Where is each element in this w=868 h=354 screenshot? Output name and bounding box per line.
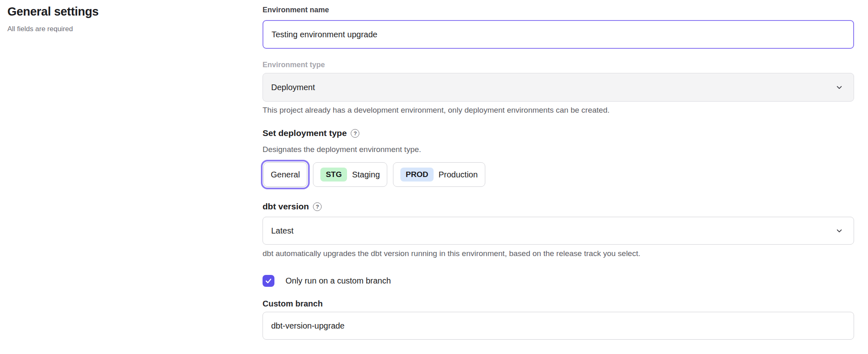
general-settings-form: Environment name Environment type Deploy…: [263, 0, 854, 354]
production-badge: PROD: [400, 168, 434, 182]
environment-type-label: Environment type: [263, 61, 325, 69]
help-icon[interactable]: ?: [351, 129, 359, 138]
dbt-version-value: Latest: [271, 226, 293, 236]
page-subtitle: All fields are required: [7, 25, 98, 33]
custom-branch-toggle-row: Only run on a custom branch: [263, 275, 391, 287]
environment-settings-page: General settings All fields are required…: [0, 0, 868, 354]
environment-name-input[interactable]: [263, 20, 854, 49]
environment-type-select: Deployment: [263, 73, 854, 102]
environment-type-value: Deployment: [271, 83, 315, 92]
deployment-type-general-button[interactable]: General: [263, 162, 307, 187]
environment-name-label: Environment name: [263, 6, 329, 14]
page-title: General settings: [7, 5, 98, 18]
checkmark-icon: [265, 277, 272, 285]
deployment-type-helper: Designates the deployment environment ty…: [263, 145, 421, 154]
staging-badge: STG: [320, 168, 347, 182]
chevron-down-icon: [836, 84, 843, 91]
deployment-type-options: General STG Staging PROD Production: [263, 162, 485, 187]
custom-branch-checkbox[interactable]: [263, 275, 274, 287]
deployment-type-label: Set deployment type ?: [263, 128, 359, 138]
custom-branch-label: Custom branch: [263, 299, 323, 309]
environment-type-helper: This project already has a development e…: [263, 106, 610, 115]
deployment-type-production-button[interactable]: PROD Production: [393, 162, 485, 187]
custom-branch-toggle-label[interactable]: Only run on a custom branch: [286, 276, 391, 286]
dbt-version-helper: dbt automatically upgrades the dbt versi…: [263, 249, 640, 258]
custom-branch-input[interactable]: [263, 312, 854, 340]
help-icon[interactable]: ?: [313, 202, 322, 211]
deployment-type-staging-button[interactable]: STG Staging: [313, 162, 387, 187]
dbt-version-label: dbt version ?: [263, 202, 322, 211]
dbt-version-select[interactable]: Latest: [263, 217, 854, 245]
page-header: General settings All fields are required: [7, 5, 98, 33]
chevron-down-icon: [836, 227, 843, 234]
